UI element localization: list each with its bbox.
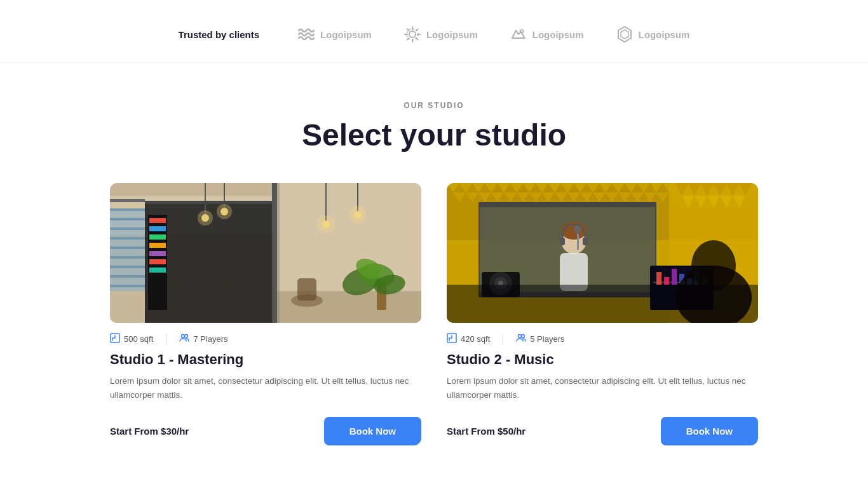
- meta-divider-2: [503, 334, 503, 344]
- svg-rect-77: [110, 199, 145, 202]
- svg-rect-146: [478, 202, 656, 207]
- logo-3: Logoipsum: [510, 25, 584, 43]
- studio-card-1: 500 sqft 7 Players Studio 1 - Ma: [110, 183, 421, 445]
- svg-rect-17: [110, 208, 148, 211]
- svg-rect-25: [110, 285, 148, 287]
- section-title: Select your studio: [97, 118, 771, 152]
- section-label: OUR STUDIO: [97, 101, 771, 110]
- svg-point-10: [520, 30, 523, 33]
- logo-2: Logoipsum: [403, 25, 478, 43]
- svg-rect-24: [110, 275, 148, 278]
- logo-1: Logoipsum: [297, 25, 372, 43]
- studio1-price: Start From $30/hr: [110, 426, 189, 437]
- svg-rect-61: [272, 183, 277, 323]
- studio1-svg: [110, 183, 421, 323]
- players-icon-2: [516, 333, 526, 345]
- players-icon: [179, 333, 189, 345]
- svg-rect-50: [149, 251, 166, 256]
- svg-rect-170: [447, 285, 758, 323]
- svg-rect-21: [110, 247, 148, 249]
- svg-rect-23: [110, 266, 148, 268]
- svg-point-56: [198, 210, 213, 226]
- svg-rect-163: [672, 269, 677, 285]
- svg-rect-51: [149, 259, 166, 264]
- svg-rect-154: [583, 238, 588, 245]
- studio2-meta: 420 sqft 5 Players: [447, 333, 758, 345]
- svg-rect-20: [110, 237, 148, 240]
- logo1-name: Logoipsum: [320, 29, 372, 40]
- svg-point-80: [185, 335, 188, 338]
- studio2-footer: Start From $50/hr Book Now: [447, 417, 758, 445]
- logos-row: Logoipsum Logoipsum: [297, 25, 689, 43]
- trusted-label: Trusted by clients: [179, 29, 260, 40]
- svg-rect-52: [149, 268, 166, 273]
- studio1-title: Studio 1 - Mastering: [110, 351, 421, 368]
- logo3-name: Logoipsum: [532, 29, 584, 40]
- trusted-bar: Trusted by clients Logoipsum: [0, 0, 868, 63]
- logo2-name: Logoipsum: [426, 29, 478, 40]
- svg-rect-62: [277, 183, 280, 323]
- studio2-svg: [447, 183, 758, 323]
- studio1-footer: Start From $30/hr Book Now: [110, 417, 421, 445]
- svg-line-9: [407, 38, 409, 40]
- sqft-icon-2: [447, 333, 457, 345]
- svg-rect-48: [149, 234, 166, 240]
- svg-point-0: [409, 31, 416, 37]
- logo4-icon: [616, 25, 634, 43]
- logo3-icon: [510, 25, 527, 43]
- svg-line-8: [416, 29, 418, 31]
- svg-point-169: [691, 240, 736, 291]
- svg-rect-75: [297, 278, 316, 301]
- studio1-book-button[interactable]: Book Now: [324, 417, 421, 445]
- svg-line-7: [416, 38, 418, 40]
- studio1-meta: 500 sqft 7 Players: [110, 333, 421, 345]
- svg-marker-12: [621, 30, 628, 39]
- logo4-name: Logoipsum: [639, 29, 690, 40]
- studio-section: OUR STUDIO Select your studio: [85, 63, 783, 471]
- logo-4: Logoipsum: [616, 25, 690, 43]
- studio2-players: 5 Players: [516, 333, 564, 345]
- studio1-players: 7 Players: [179, 333, 227, 345]
- logo1-icon: [297, 25, 315, 43]
- svg-rect-49: [149, 243, 166, 248]
- svg-point-58: [217, 204, 232, 219]
- studio2-sqft: 420 sqft: [447, 333, 490, 345]
- studio2-price: Start From $50/hr: [447, 426, 526, 437]
- svg-point-68: [349, 206, 367, 224]
- svg-point-66: [317, 215, 335, 233]
- studio-cards-row: 500 sqft 7 Players Studio 1 - Ma: [97, 183, 771, 445]
- svg-rect-16: [110, 208, 148, 291]
- studio2-book-button[interactable]: Book Now: [661, 417, 758, 445]
- svg-rect-18: [110, 218, 148, 220]
- svg-rect-46: [149, 218, 166, 223]
- svg-marker-11: [618, 27, 631, 42]
- svg-rect-162: [664, 277, 669, 285]
- svg-point-173: [522, 335, 525, 338]
- svg-rect-60: [272, 291, 421, 323]
- svg-rect-22: [110, 256, 148, 259]
- studio1-desc: Lorem ipsum dolor sit amet, consectetur …: [110, 374, 421, 402]
- meta-divider-1: [166, 334, 166, 344]
- svg-rect-19: [110, 227, 148, 230]
- studio2-image: [447, 183, 758, 323]
- studio2-desc: Lorem ipsum dolor sit amet, consectetur …: [447, 374, 758, 402]
- studio2-title: Studio 2 - Music: [447, 351, 758, 368]
- svg-rect-153: [560, 238, 565, 245]
- svg-rect-47: [149, 226, 166, 231]
- studio1-sqft: 500 sqft: [110, 333, 153, 345]
- logo2-icon: [403, 25, 421, 43]
- studio1-image: [110, 183, 421, 323]
- sqft-icon: [110, 333, 120, 345]
- svg-rect-161: [656, 272, 661, 285]
- svg-line-6: [407, 29, 409, 31]
- svg-rect-76: [145, 201, 272, 204]
- studio-card-2: 420 sqft 5 Players Studio 2 - Mu: [447, 183, 758, 445]
